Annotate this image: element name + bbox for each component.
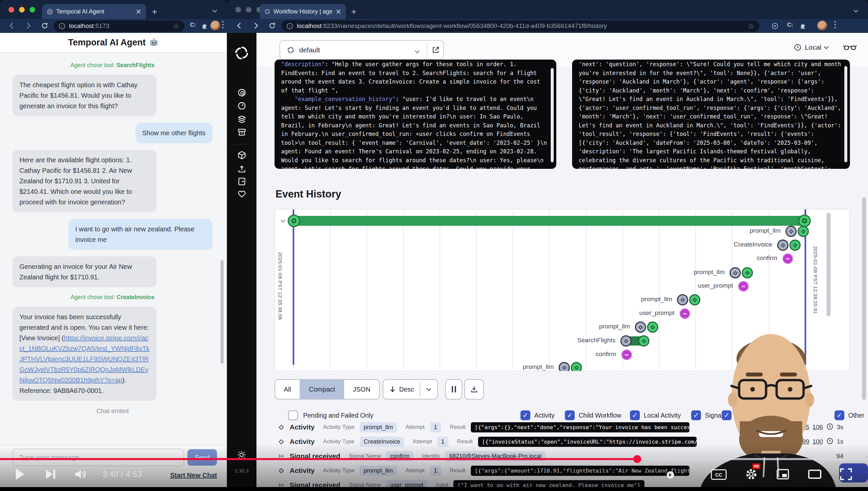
tab-close-icon[interactable]: ✕ (335, 8, 341, 15)
activity-scheduled-marker[interactable] (730, 267, 741, 279)
checkbox-checked-icon[interactable]: ✓ (630, 410, 640, 420)
close-window-button[interactable] (236, 7, 241, 12)
tab-temporal-ai-agent[interactable]: Temporal AI Agent ✕ (42, 4, 146, 19)
reload-icon[interactable] (41, 22, 49, 30)
tab-all[interactable]: All (275, 380, 300, 399)
workflow-start-marker[interactable] (288, 214, 300, 227)
timeline-scrollbar[interactable] (827, 212, 831, 316)
video-playhead[interactable] (633, 455, 641, 463)
schedules-icon[interactable] (227, 102, 256, 110)
window-controls[interactable] (8, 7, 35, 12)
forward-icon[interactable] (252, 22, 260, 30)
minimize-window-button[interactable] (19, 7, 25, 12)
invoice-link[interactable]: https://invoice.stripe.com/i/acct_1NBOLu… (20, 334, 150, 384)
archival-icon[interactable] (227, 128, 256, 137)
labs-glasses-icon[interactable] (843, 44, 857, 52)
pending-failed-only-checkbox[interactable]: Pending and Failed Only (288, 410, 373, 420)
tab-workflow-history[interactable]: Workflow History | agent-wor ✕ (260, 4, 346, 19)
activity-scheduled-marker[interactable] (777, 239, 788, 251)
checkbox-unchecked-icon[interactable] (288, 410, 298, 420)
tab-search-chevron-icon[interactable] (213, 7, 216, 13)
pause-updates-button[interactable] (445, 379, 462, 400)
miniplayer-button[interactable] (777, 469, 789, 480)
stack-icon[interactable] (227, 115, 256, 123)
profile-avatar[interactable] (210, 21, 220, 31)
namespace-select[interactable]: default (279, 40, 444, 60)
open-namespace-external-icon[interactable] (431, 46, 440, 54)
filter-checkbox-local-activity[interactable]: ✓Local Activity (630, 410, 681, 420)
download-history-button[interactable] (464, 379, 484, 400)
bookmark-star-icon[interactable]: ☆ (748, 22, 754, 30)
activity-completed-marker[interactable] (742, 267, 753, 279)
fullscreen-button[interactable] (840, 468, 852, 481)
checkbox-checked-icon[interactable]: ✓ (521, 410, 530, 420)
workflow-result-json-panel[interactable]: 'next': 'question', 'response': \"Sure! … (572, 60, 850, 169)
docs-icon[interactable] (227, 177, 256, 186)
activity-scheduled-marker[interactable] (785, 226, 797, 237)
tab-json[interactable]: JSON (344, 380, 379, 399)
menu-dots-icon[interactable] (222, 21, 224, 22)
signal-marker[interactable] (782, 253, 793, 264)
menu-dots-icon[interactable] (834, 21, 836, 22)
checkbox-checked-icon[interactable]: ✓ (565, 410, 575, 420)
zoom-window-button[interactable] (30, 7, 35, 12)
new-tab-button[interactable]: + (152, 7, 157, 17)
chat-scrollbar[interactable] (221, 260, 224, 364)
video-progress-bar[interactable] (0, 458, 868, 460)
address-bar[interactable]: i localhost:5173 ☆ (54, 21, 184, 32)
captions-button[interactable]: CC (711, 469, 726, 480)
signal-marker[interactable] (621, 349, 632, 360)
collapse-timeline-chevron-icon[interactable] (281, 217, 285, 223)
workflow-execution-span-bar[interactable] (294, 216, 805, 226)
extension-c-icon[interactable]: C: (787, 22, 793, 28)
minimize-window-button[interactable] (246, 7, 251, 12)
window-controls[interactable] (236, 7, 262, 12)
filter-checkbox-activity[interactable]: ✓Activity (521, 410, 555, 420)
code-scrollbar[interactable] (844, 66, 847, 162)
reload-icon[interactable] (268, 22, 276, 30)
tab-compact[interactable]: Compact (300, 380, 344, 399)
import-icon[interactable] (227, 165, 256, 173)
namespaces-cube-icon[interactable] (227, 151, 256, 160)
extensions-puzzle-icon[interactable] (201, 22, 208, 29)
workflows-icon[interactable] (227, 88, 256, 97)
code-scrollbar[interactable] (551, 68, 554, 162)
signal-marker[interactable] (680, 308, 690, 319)
theater-mode-button[interactable] (808, 469, 821, 479)
close-window-button[interactable] (8, 7, 14, 12)
activity-completed-marker[interactable] (689, 294, 700, 306)
address-bar[interactable]: i localhost:8233/namespaces/default/work… (281, 21, 760, 32)
temporal-logo-icon[interactable] (227, 46, 256, 61)
back-icon[interactable] (8, 22, 16, 30)
activity-scheduled-marker[interactable] (620, 335, 631, 347)
filter-checkbox-child-workflow[interactable]: ✓Child Workflow (565, 410, 621, 420)
activity-completed-marker[interactable] (647, 321, 658, 333)
workflow-input-json-panel[interactable]: "description": "Help the user gather arg… (275, 60, 556, 169)
bookmark-star-icon[interactable]: ☆ (173, 22, 179, 30)
feedback-heart-icon[interactable] (227, 190, 256, 198)
activity-scheduled-marker[interactable] (559, 362, 570, 371)
workflow-end-marker[interactable] (798, 214, 811, 227)
activity-scheduled-marker[interactable] (635, 321, 646, 333)
activity-completed-marker[interactable] (638, 335, 649, 347)
next-button[interactable] (45, 469, 56, 479)
timezone-select[interactable]: Local (794, 44, 828, 51)
site-info-icon[interactable]: i (287, 23, 293, 29)
activity-scheduled-marker[interactable] (677, 294, 688, 306)
activity-completed-marker[interactable] (789, 239, 801, 251)
profile-avatar[interactable] (817, 21, 827, 31)
sort-order-control[interactable]: Desc (383, 379, 438, 400)
back-icon[interactable] (236, 22, 243, 30)
tab-search-chevron-icon[interactable] (854, 7, 858, 13)
extensions-puzzle-icon[interactable] (800, 22, 806, 29)
play-button[interactable] (14, 468, 25, 481)
site-info-icon[interactable]: i (59, 23, 65, 29)
tab-close-icon[interactable]: ✕ (135, 8, 142, 15)
activity-completed-marker[interactable] (798, 226, 809, 237)
sort-chevron-icon[interactable] (420, 388, 437, 390)
volume-button[interactable] (74, 469, 88, 480)
signal-marker[interactable] (738, 281, 749, 292)
activity-completed-marker[interactable] (571, 362, 582, 371)
settings-gear-icon[interactable] (745, 468, 757, 481)
new-tab-button[interactable]: + (351, 7, 356, 17)
